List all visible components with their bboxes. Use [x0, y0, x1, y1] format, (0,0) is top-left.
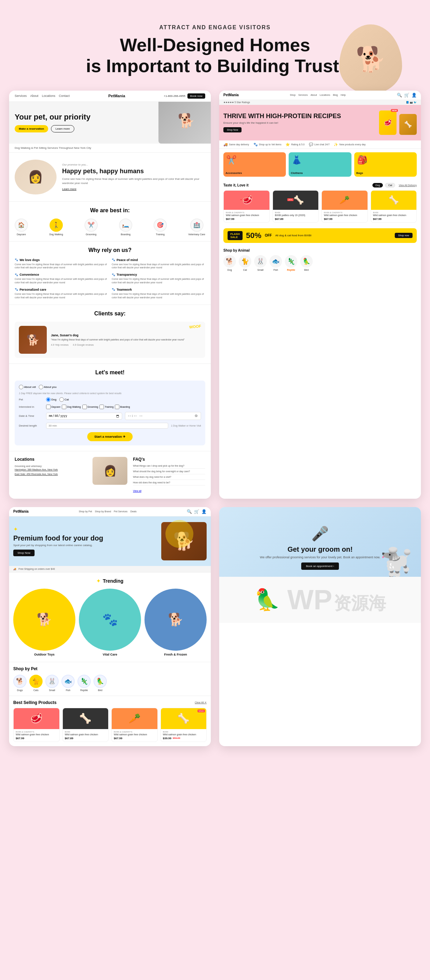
outdoor-toys-icon: 🐕 — [13, 589, 75, 651]
pm-interested-grooming[interactable]: Grooming — [82, 405, 98, 409]
pd-trending-vital[interactable]: 🐾 Vital Care — [79, 589, 141, 656]
ps-view-all-link[interactable]: View All Delivery — [399, 184, 417, 186]
pm-nav-locations[interactable]: Locations — [42, 94, 56, 98]
pm-make-reservation-btn[interactable]: Make a reservation — [14, 125, 48, 132]
pm-interested-daycare[interactable]: Daycare — [46, 405, 61, 409]
pm-pet-dog[interactable]: Dog — [46, 397, 56, 402]
ps-name-3: Wild salmon grain free chicken — [324, 214, 365, 217]
pm-learn-more-btn[interactable]: Learn more — [51, 125, 74, 132]
pm-date-input[interactable] — [46, 413, 122, 420]
ps-category-accessories[interactable]: ✂️ Accessories — [223, 152, 286, 177]
ps-nav-services[interactable]: Services — [299, 94, 308, 96]
pm-radio-vet[interactable]: About vet — [19, 385, 36, 389]
pm-promise-image: 👩 — [14, 160, 56, 194]
ps-nav-blog[interactable]: Blog — [333, 94, 338, 96]
ps-product-bag-2: 🦴 — [399, 114, 417, 135]
pd-nav-pet-services[interactable]: Pet Services — [114, 510, 127, 513]
pm-service-grooming[interactable]: ✂️ Grooming — [85, 218, 98, 235]
pm-testimonial-text: Jane, Susan's dog "How I'm styling these… — [51, 334, 201, 346]
pd-nav-deals[interactable]: Deals — [130, 510, 136, 513]
vet-icon: 🏥 — [190, 218, 203, 232]
pm-pet-cat[interactable]: Cat — [59, 397, 69, 402]
pd-pet-small[interactable]: 🐰 Small — [45, 675, 59, 691]
pm-interested-training[interactable]: Training — [99, 405, 113, 409]
pm-nav-contact[interactable]: Contact — [59, 94, 70, 98]
ps-product-img-2: 20% 🦴 — [273, 191, 319, 210]
pm-radio-you[interactable]: About you — [39, 385, 56, 389]
ps-category-bags[interactable]: 🎒 Bags — [354, 152, 417, 177]
pd-pet-fish[interactable]: 🐟 Fish — [61, 675, 75, 691]
pd-nav-shop-pet[interactable]: Shop by Pet — [79, 510, 92, 513]
ps-nav-locations[interactable]: Locations — [320, 94, 330, 96]
pd-user-icon[interactable]: 👤 — [201, 509, 207, 514]
pd-clear-all-link[interactable]: Clear All ✕ — [195, 701, 207, 704]
pd-product-img-2: 🦴 — [63, 708, 109, 729]
pg-hero-text: 🎤 Get your groom on! We offer profession… — [225, 525, 416, 570]
ps-feature-strip: 🚚 Same day delivery 🐾 Shop up to Vet ite… — [219, 140, 421, 149]
pd-nav-links: Shop by Pet Shop by Brand Pet Services D… — [79, 510, 137, 513]
radio-cat-input[interactable] — [59, 397, 64, 402]
ps-price-3: $67.99 — [324, 218, 365, 221]
radio-dog-input[interactable] — [46, 397, 51, 402]
ps-animal-small[interactable]: 🐰 Small — [254, 255, 267, 271]
ps-tab-cat[interactable]: Cat — [385, 183, 395, 188]
pm-nav-services[interactable]: Services — [14, 94, 27, 98]
pd-hero-cta-btn[interactable]: Shop Now — [13, 550, 35, 556]
pm-promise-label: Our promise to you... — [62, 163, 205, 166]
ps-animal-fish[interactable]: 🐟 Fish — [269, 255, 282, 271]
pg-hero-cta-btn[interactable]: Book an appointment › — [301, 563, 339, 570]
ps-feature-vet: 🐾 Shop up to Vet items — [253, 143, 282, 146]
ps-animal-bird[interactable]: 🦜 Bird — [300, 255, 313, 271]
ps-product-img-3: 🥕 — [322, 191, 368, 210]
pm-faq-view-all[interactable]: View all — [133, 490, 141, 492]
pm-service-walking[interactable]: 🚶 Dog Walking — [49, 218, 63, 235]
animal-small-icon: 🐰 — [254, 255, 267, 268]
ps-animal-cat[interactable]: 🐈 Cat — [239, 255, 251, 271]
ps-animal-reptile[interactable]: 🦎 Reptile — [285, 255, 297, 271]
pm-service-training[interactable]: 🎯 Training — [153, 218, 167, 235]
pm-book-now-btn[interactable]: Book now — [187, 94, 205, 99]
ps-nav-help[interactable]: Help — [340, 94, 345, 96]
pm-start-reservation-btn[interactable]: Start a reservation ✈ — [87, 432, 133, 441]
pm-nav-about[interactable]: About — [30, 94, 39, 98]
pm-length-input[interactable] — [46, 423, 168, 429]
pd-shipping-bar: 🚚 Free Shipping on orders over $40 — [9, 566, 211, 573]
testimonial-quote: "How I'm styling these final days of sum… — [51, 338, 201, 342]
pm-service-vet[interactable]: 🏥 Veterinary Care — [188, 218, 205, 235]
pm-services-grid: 🏠 Daycare 🚶 Dog Walking ✂️ Grooming — [14, 218, 205, 235]
user-icon[interactable]: 👤 — [411, 93, 417, 98]
pd-pet-cats[interactable]: 🐈 Cats — [29, 675, 43, 691]
search-icon[interactable]: 🔍 — [397, 93, 402, 98]
pd-trending-outdoor[interactable]: 🐕 Outdoor Toys — [13, 589, 75, 656]
pd-nav-shop-brand[interactable]: Shop by Brand — [95, 510, 111, 513]
ps-sale-badge-1 — [240, 199, 242, 200]
pd-pet-dogs[interactable]: 🐕 Dogs — [13, 675, 27, 691]
pd-pet-bird[interactable]: 🦜 Bird — [94, 675, 107, 691]
pm-service-boarding[interactable]: 🛏️ Boarding — [119, 218, 132, 235]
ps-animal-dog[interactable]: 🐕 Dog — [223, 255, 236, 271]
pm-service-daycare[interactable]: 🏠 Daycare — [14, 218, 28, 235]
pm-meet-section: Let's meet! About vet About you — [9, 363, 211, 450]
pd-product-img-3: 🥕 — [112, 708, 157, 729]
ps-flash-cta-btn[interactable]: Shop now — [395, 233, 412, 238]
pd-search-icon[interactable]: 🔍 — [187, 509, 192, 514]
pd-nav: PetMania Shop by Pet Shop by Brand Pet S… — [9, 507, 211, 517]
cart-icon[interactable]: 🛒 — [404, 93, 409, 98]
ps-tab-dog[interactable]: Dog — [372, 183, 383, 188]
shipping-truck-icon: 🚚 — [13, 568, 16, 571]
pm-promise-link[interactable]: Learn more — [62, 188, 205, 191]
radio-you-input[interactable] — [39, 385, 43, 389]
pd-pet-reptile[interactable]: 🦎 Reptile — [77, 675, 91, 691]
ps-category-clothens[interactable]: 👗 Clothens — [289, 152, 351, 177]
pm-why-section: Why rely on us? 🐾 We love dogs Come see … — [9, 241, 211, 305]
pm-interested-walking[interactable]: Dog Walking — [62, 405, 81, 409]
ps-nav-shop[interactable]: Shop — [290, 94, 296, 96]
ps-social-icons: 📘 📷 🐦 — [406, 101, 417, 104]
pm-interested-boarding[interactable]: Boarding — [115, 405, 130, 409]
pd-trending-frozen[interactable]: 🐕 Fresh & Frozen — [144, 589, 207, 656]
pd-cart-icon[interactable]: 🛒 — [194, 509, 199, 514]
radio-vet-input[interactable] — [19, 385, 23, 389]
ps-nav-about[interactable]: About — [311, 94, 317, 96]
ps-hero-cta-btn[interactable]: Shop Now — [223, 127, 241, 132]
pm-time-input[interactable] — [125, 412, 201, 420]
